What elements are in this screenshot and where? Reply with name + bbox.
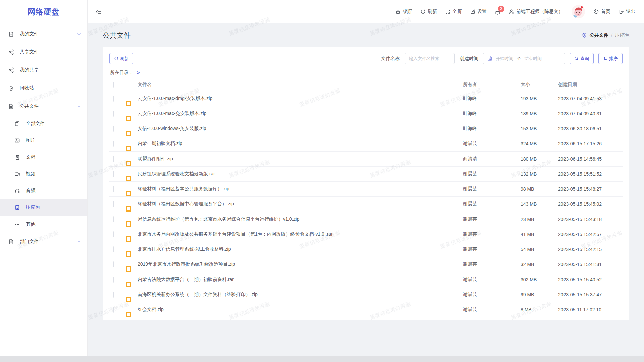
file-name[interactable]: 云安信-1.0.0-mac-dmg-安装版本.zip — [138, 96, 463, 102]
sidebar-item-public-files[interactable]: 公共文件 — [0, 97, 87, 115]
table-row[interactable]: 2019年北京市水行政审批系统升级改造项目.zip 谢晨芸 32 MB 2023… — [109, 257, 623, 272]
file-name[interactable]: 北京市水务局内网改版及公共服务基础平台建设项目（第1包：内网改版）终验验文档-v… — [138, 231, 463, 237]
row-checkbox[interactable] — [113, 171, 114, 177]
lock-icon — [395, 9, 401, 14]
file-name[interactable]: 2019年北京市水行政审批系统升级改造项目.zip — [138, 261, 463, 267]
file-size: 98 MB — [521, 186, 558, 192]
row-checkbox[interactable] — [113, 246, 114, 252]
sidebar-item-documents[interactable]: 文档 — [0, 149, 87, 166]
file-name[interactable]: 终验材料（福田区数据中心管理服务平台）.zip — [138, 201, 463, 207]
file-date: 2023-06-30 18:06:51 — [558, 126, 619, 131]
table-row[interactable]: 内蒙一期初验文档.zip 谢晨芸 324 MB 2023-06-15 17:15… — [109, 136, 623, 152]
file-name[interactable]: 局信息系统运行维护（第五包：北京市水务局综合信息平台运行维护）v1.0.zip — [138, 216, 463, 222]
lock-screen-button[interactable]: 锁屏 — [395, 9, 412, 15]
fullscreen-button[interactable]: 全屏 — [445, 9, 462, 15]
row-checkbox[interactable] — [113, 261, 114, 267]
file-name[interactable]: 民建组织管理系统验收文档最新版.rar — [138, 171, 463, 177]
table-row[interactable]: 北京市排水户信息管理系统-竣工验收材料.zip 谢晨芸 54 MB 2023-0… — [109, 242, 623, 257]
file-name[interactable]: 南海区机关新办公系统（二期）文件资料（终验打印）.zip — [138, 292, 463, 298]
sidebar-item-shared-files[interactable]: 共享文件 — [0, 43, 87, 61]
row-checkbox[interactable] — [113, 307, 114, 313]
row-check-cell — [113, 292, 123, 297]
select-all-checkbox[interactable] — [113, 82, 114, 88]
table-row[interactable]: 云安信-1.0.0-mac-dmg-安装版本.zip 叶海峰 193 MB 20… — [109, 91, 623, 106]
sidebar-item-archives[interactable]: 压缩包 — [0, 199, 87, 216]
file-date: 2023-05-15 15:41:31 — [558, 262, 619, 267]
row-checkbox[interactable] — [113, 186, 114, 192]
file-name[interactable]: 终验材料（福田区基本公共服务数据库）.zip — [138, 186, 463, 192]
notifications-button[interactable]: 3 — [495, 8, 501, 16]
doc-icon — [14, 155, 20, 160]
table-row[interactable]: 终验材料（福田区基本公共服务数据库）.zip 谢晨芸 98 MB 2023-05… — [109, 182, 623, 197]
row-checkbox[interactable] — [113, 201, 114, 207]
list-refresh-button[interactable]: 刷新 — [109, 53, 133, 64]
sidebar-collapse-icon[interactable] — [95, 8, 102, 15]
table-row[interactable]: 云安信-1.0.0-mac-免安装版本.zip 叶海峰 189 MB 2023-… — [109, 106, 623, 121]
horizontal-scrollbar[interactable] — [0, 356, 644, 362]
row-checkbox[interactable] — [113, 126, 114, 132]
row-check-cell — [113, 126, 123, 131]
search-button[interactable]: 查询 — [570, 53, 594, 64]
sidebar-item-recycle-bin[interactable]: 回收站 — [0, 79, 87, 97]
user-menu[interactable]: 前端工程师（陈思文） — [509, 9, 563, 15]
sidebar-item-images[interactable]: 图片 — [0, 132, 87, 149]
file-name[interactable]: 联盟办件附件.zip — [138, 156, 463, 162]
row-checkbox[interactable] — [113, 96, 114, 102]
home-button[interactable]: 首页 — [593, 9, 610, 15]
row-checkbox[interactable] — [113, 277, 114, 283]
file-owner: 谢晨芸 — [463, 201, 521, 207]
file-date: 2023-07-04 09:40:31 — [558, 111, 619, 116]
row-checkbox[interactable] — [113, 156, 114, 162]
table-row[interactable]: 安信-1.0.0-windows-免安装版.zip 叶海峰 153 MB 202… — [109, 121, 623, 136]
start-time-placeholder: 开始时间 — [496, 56, 513, 62]
sidebar-item-my-shares[interactable]: 我的共享 — [0, 61, 87, 79]
breadcrumb-current[interactable]: 公共文件 — [590, 32, 608, 38]
table-row[interactable]: 北京市水务局内网改版及公共服务基础平台建设项目（第1包：内网改版）终验验文档-v… — [109, 227, 623, 242]
file-name[interactable]: 安信-1.0.0-windows-免安装版.zip — [138, 126, 463, 132]
table-row[interactable]: 红会文档.zip 谢晨芸 8 MB 2023-05-11 17:02:10 — [109, 302, 623, 317]
sidebar-item-department-files[interactable]: 部门文件 — [0, 233, 87, 251]
topbar-actions: 锁屏 刷新 全屏 设置 3 — [395, 5, 635, 19]
sidebar-item-others[interactable]: 其他 — [0, 216, 87, 233]
app-logo: 网络硬盘 — [0, 0, 87, 23]
select-all-cell — [113, 82, 123, 87]
sidebar-item-my-files[interactable]: 我的文件 — [0, 25, 87, 43]
row-checkbox[interactable] — [113, 141, 114, 147]
sidebar-item-label: 部门文件 — [20, 239, 77, 245]
row-checkbox[interactable] — [113, 111, 114, 117]
sidebar-item-videos[interactable]: 视频 — [0, 166, 87, 182]
page-head: 公共文件 公共文件 / 压缩包 — [103, 23, 629, 47]
file-name[interactable]: 内蒙一期初验文档.zip — [138, 141, 463, 147]
directory-root-arrow[interactable]: > — [137, 70, 140, 75]
sort-button[interactable]: 排序 — [598, 53, 623, 64]
file-name[interactable]: 北京市排水户信息管理系统-竣工验收材料.zip — [138, 246, 463, 252]
file-name[interactable]: 内蒙古法院大数据平台（二期）初验前资料.rar — [138, 277, 463, 283]
date-range-picker[interactable]: 开始时间 至 结束时间 — [483, 53, 565, 64]
column-header-name: 文件名 — [138, 82, 463, 88]
row-checkbox[interactable] — [113, 231, 114, 237]
file-name[interactable]: 红会文档.zip — [138, 307, 463, 313]
file-owner: 谢晨芸 — [463, 292, 521, 298]
file-size: 99 MB — [521, 292, 558, 297]
table-row[interactable]: 民建组织管理系统验收文档最新版.rar 谢晨芸 132 MB 2023-05-1… — [109, 167, 623, 182]
avatar[interactable] — [571, 5, 585, 19]
refresh-icon — [420, 9, 426, 14]
row-checkbox[interactable] — [113, 292, 114, 298]
row-check-cell — [113, 141, 123, 146]
logout-button[interactable]: 退出 — [619, 9, 635, 15]
table-row[interactable]: 终验材料（福田区数据中心管理服务平台）.zip 谢晨芸 143 MB 2023-… — [109, 197, 623, 212]
row-check-cell — [113, 201, 123, 207]
settings-button[interactable]: 设置 — [470, 9, 487, 15]
row-checkbox[interactable] — [113, 216, 114, 222]
table-row[interactable]: 联盟办件附件.zip 商清清 180 MB 2023-06-15 14:56:4… — [109, 152, 623, 167]
sidebar-item-audio[interactable]: 音频 — [0, 182, 87, 199]
filename-search-input[interactable] — [405, 53, 455, 64]
refresh-button[interactable]: 刷新 — [420, 9, 437, 15]
table-row[interactable]: 局信息系统运行维护（第五包：北京市水务局综合信息平台运行维护）v1.0.zip … — [109, 212, 623, 227]
table-row[interactable]: 南海区机关新办公系统（二期）文件资料（终验打印）.zip 谢晨芸 99 MB 2… — [109, 287, 623, 302]
sidebar-item-all-files[interactable]: 全部文件 — [0, 115, 87, 132]
file-name[interactable]: 云安信-1.0.0-mac-免安装版本.zip — [138, 111, 463, 117]
table-row[interactable]: 内蒙古法院大数据平台（二期）初验前资料.rar 谢晨芸 302 MB 2023-… — [109, 272, 623, 287]
row-check-cell — [113, 186, 123, 192]
file-owner: 谢晨芸 — [463, 307, 521, 313]
